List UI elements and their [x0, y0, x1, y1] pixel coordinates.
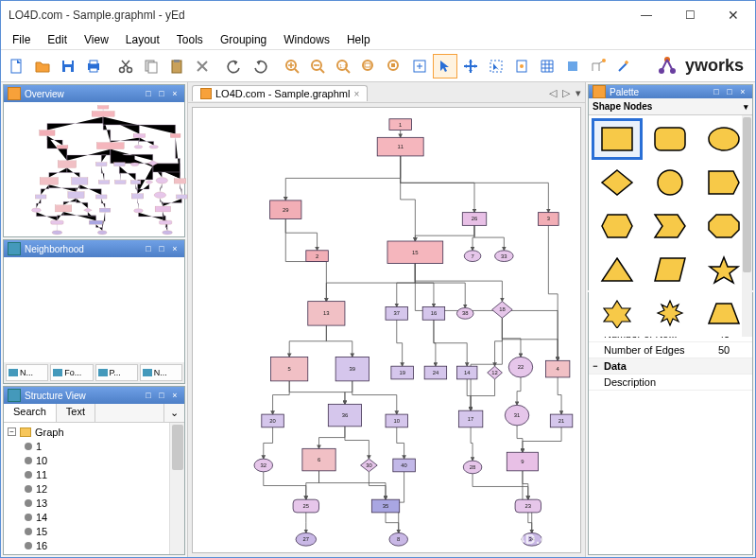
shape-triangle[interactable] [593, 250, 642, 289]
structure-tab-search[interactable]: Search [4, 404, 57, 422]
tab-nav-menu[interactable]: ▾ [576, 87, 581, 99]
zoom-out-icon[interactable] [305, 54, 330, 78]
shape-hexagon[interactable] [593, 206, 642, 246]
maximize-button[interactable]: ☐ [668, 1, 712, 29]
document-tab-active[interactable]: LO4D.com - Sample.graphml × [192, 85, 368, 101]
structure-tab-text[interactable]: Text [57, 404, 95, 422]
menu-view[interactable]: View [77, 31, 116, 48]
palette-category[interactable]: Shape Nodes▾ [589, 98, 752, 115]
menu-tools[interactable]: Tools [169, 31, 211, 48]
copy-icon[interactable] [139, 54, 163, 78]
svg-text:39: 39 [350, 366, 356, 372]
tree-node[interactable]: 1 [8, 439, 180, 453]
panel-pin-icon[interactable]: □ [143, 89, 154, 98]
svg-rect-60 [155, 206, 170, 212]
menu-grouping[interactable]: Grouping [213, 31, 274, 48]
tab-nav-next[interactable]: ▷ [562, 87, 570, 99]
panel-float-icon[interactable]: □ [724, 87, 735, 96]
tree-node[interactable]: 11 [8, 467, 180, 481]
shape-star6[interactable] [593, 293, 642, 333]
fit-content-icon[interactable] [407, 54, 432, 78]
paste-icon[interactable] [164, 54, 189, 78]
tree-node[interactable]: 15 [8, 524, 180, 538]
undo-icon[interactable] [222, 54, 247, 78]
neighborhood-tab-0[interactable]: N... [6, 364, 48, 381]
tree-scrollbar[interactable] [169, 423, 184, 554]
shape-diamond[interactable] [593, 163, 642, 202]
structure-tree[interactable]: −Graph 110111213141516 [4, 423, 184, 554]
delete-icon[interactable] [190, 54, 215, 78]
redo-icon[interactable] [248, 54, 272, 78]
menu-bar: File Edit View Layout Tools Grouping Win… [1, 29, 755, 50]
panel-close-icon[interactable]: × [169, 244, 180, 253]
shape-circle[interactable] [645, 163, 695, 202]
panel-close-icon[interactable]: × [169, 89, 180, 98]
menu-layout[interactable]: Layout [118, 31, 167, 48]
shape-star8[interactable] [645, 293, 695, 333]
tree-node[interactable]: 10 [8, 453, 180, 467]
shape-pentagon-wedge[interactable] [645, 206, 695, 246]
property-row[interactable]: Description [589, 375, 752, 391]
tree-root[interactable]: −Graph [8, 425, 180, 439]
property-group-data[interactable]: −Data [589, 358, 752, 375]
marquee-tool-icon[interactable] [484, 54, 508, 78]
wand-icon[interactable] [611, 54, 636, 78]
panel-close-icon[interactable]: × [737, 87, 748, 96]
close-button[interactable]: ✕ [712, 1, 755, 29]
shape-rectangle[interactable] [593, 119, 642, 159]
svg-text:22: 22 [518, 364, 524, 370]
panel-float-icon[interactable]: □ [156, 391, 167, 400]
tab-nav-prev[interactable]: ◁ [549, 87, 557, 99]
svg-rect-10 [148, 62, 157, 73]
document-tab-close[interactable]: × [353, 89, 359, 99]
panel-float-icon[interactable]: □ [156, 89, 167, 98]
save-icon[interactable] [56, 54, 80, 78]
tree-node[interactable]: 12 [8, 481, 180, 496]
zoom-fit-icon[interactable] [356, 54, 381, 78]
panel-pin-icon[interactable]: □ [143, 244, 154, 253]
tree-node[interactable]: 13 [8, 496, 180, 510]
cut-icon[interactable] [113, 54, 138, 78]
neighborhood-header[interactable]: Neighborhood □□× [4, 240, 184, 257]
overview-header[interactable]: Overview □□× [4, 85, 184, 102]
structure-tab-dropdown[interactable]: ⌄ [163, 404, 184, 422]
panel-close-icon[interactable]: × [169, 391, 180, 400]
menu-windows[interactable]: Windows [276, 31, 337, 48]
minimize-button[interactable]: — [625, 1, 668, 29]
select-tool-icon[interactable] [433, 54, 457, 78]
structure-header[interactable]: Structure View □□× [4, 387, 184, 404]
tree-node[interactable]: 16 [8, 538, 180, 552]
print-icon[interactable] [81, 54, 106, 78]
magnet-tool-icon[interactable] [509, 54, 534, 78]
svg-text:17: 17 [468, 416, 474, 422]
new-file-icon[interactable] [5, 54, 29, 78]
zoom-in-icon[interactable] [280, 54, 304, 78]
pan-tool-icon[interactable] [458, 54, 483, 78]
titlebar: LO4D.com - Sample.graphml - yEd — ☐ ✕ [1, 1, 755, 29]
menu-help[interactable]: Help [339, 31, 378, 48]
node-dot-icon [25, 485, 32, 493]
menu-edit[interactable]: Edit [40, 31, 75, 48]
palette-header[interactable]: Palette □□× [589, 85, 752, 98]
palette-scrollbar[interactable] [742, 115, 752, 337]
property-row[interactable]: Number of Edges50 [589, 342, 752, 358]
shape-rounded-rect[interactable] [645, 119, 695, 159]
snap-icon[interactable] [560, 54, 585, 78]
neighborhood-tab-2[interactable]: P... [95, 364, 138, 381]
neighborhood-tab-1[interactable]: Fo... [50, 364, 93, 381]
neighborhood-tab-3[interactable]: N... [140, 364, 182, 381]
node-dot-icon [25, 443, 32, 450]
open-folder-icon[interactable] [30, 54, 55, 78]
menu-file[interactable]: File [5, 31, 38, 48]
overview-canvas[interactable] [4, 102, 184, 236]
tree-node[interactable]: 14 [8, 510, 180, 524]
panel-float-icon[interactable]: □ [156, 244, 167, 253]
zoom-selection-icon[interactable] [382, 54, 406, 78]
panel-pin-icon[interactable]: □ [711, 87, 722, 96]
grid-icon[interactable] [535, 54, 559, 78]
zoom-reset-icon[interactable]: 1:1 [331, 54, 355, 78]
shape-parallelogram[interactable] [645, 250, 695, 289]
orthogonal-icon[interactable] [586, 54, 610, 78]
panel-pin-icon[interactable]: □ [143, 391, 154, 400]
graph-canvas[interactable]: 1112926321573313371638185391924141222420… [192, 107, 581, 553]
